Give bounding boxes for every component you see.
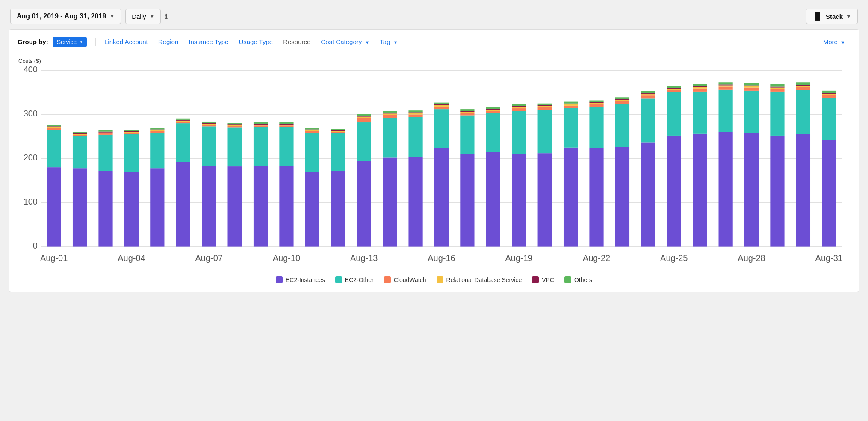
- svg-rect-61: [254, 166, 268, 247]
- filter-region[interactable]: Region: [153, 36, 184, 47]
- svg-rect-150: [615, 147, 629, 247]
- active-filter-service: Service ×: [53, 37, 87, 47]
- svg-rect-184: [744, 86, 759, 88]
- remove-filter-icon[interactable]: ×: [79, 39, 83, 45]
- filter-cost-category[interactable]: Cost Category ▼: [316, 36, 375, 47]
- svg-rect-68: [279, 127, 293, 166]
- svg-rect-90: [357, 116, 371, 117]
- svg-rect-115: [460, 112, 474, 113]
- svg-rect-28: [98, 130, 112, 132]
- filter-usage-type[interactable]: Usage Type: [233, 36, 278, 47]
- svg-rect-21: [73, 133, 87, 134]
- granularity-label: Daily: [132, 13, 146, 20]
- svg-text:Aug-10: Aug-10: [273, 253, 300, 263]
- svg-rect-64: [254, 125, 268, 125]
- svg-rect-13: [47, 127, 61, 128]
- svg-rect-29: [124, 172, 139, 246]
- svg-rect-136: [538, 104, 552, 105]
- svg-rect-191: [770, 88, 784, 89]
- svg-rect-125: [512, 111, 526, 154]
- bar-chart: 0100200300400Aug-01Aug-04Aug-07Aug-10Aug…: [18, 66, 850, 271]
- svg-text:300: 300: [24, 108, 38, 118]
- filter-instance-type[interactable]: Instance Type: [183, 36, 233, 47]
- filter-linked-account[interactable]: Linked Account: [99, 36, 153, 47]
- svg-rect-80: [331, 171, 345, 246]
- svg-rect-11: [47, 130, 61, 168]
- svg-text:Aug-04: Aug-04: [118, 253, 145, 263]
- legend-label-vpc: VPC: [542, 276, 554, 283]
- svg-rect-147: [589, 102, 603, 103]
- svg-rect-190: [770, 89, 784, 92]
- svg-rect-10: [47, 167, 61, 246]
- svg-rect-22: [73, 132, 87, 133]
- svg-rect-186: [744, 83, 759, 85]
- group-by-label: Group by:: [18, 38, 48, 45]
- svg-rect-161: [641, 91, 655, 93]
- svg-rect-203: [822, 94, 836, 95]
- svg-rect-137: [564, 148, 578, 247]
- svg-rect-170: [693, 92, 707, 134]
- filter-tag[interactable]: Tag ▼: [375, 36, 403, 47]
- svg-rect-102: [408, 113, 422, 114]
- svg-rect-140: [564, 104, 578, 106]
- svg-text:200: 200: [24, 152, 38, 162]
- filter-resource[interactable]: Resource: [278, 36, 316, 47]
- svg-text:Aug-13: Aug-13: [350, 253, 378, 263]
- svg-rect-47: [176, 119, 190, 120]
- svg-rect-178: [719, 85, 733, 86]
- stack-label: Stack: [826, 13, 843, 20]
- separator: [95, 38, 96, 46]
- svg-rect-174: [693, 84, 707, 86]
- svg-rect-165: [667, 89, 681, 90]
- svg-rect-94: [383, 118, 397, 158]
- top-bar: Aug 01, 2019 - Aug 31, 2019 ▼ Daily ▼ ℹ …: [9, 9, 859, 24]
- svg-rect-133: [538, 107, 552, 110]
- svg-rect-96: [383, 113, 397, 115]
- svg-rect-132: [538, 110, 552, 153]
- svg-rect-75: [305, 133, 319, 172]
- legend-item-others: Others: [564, 276, 592, 283]
- filter-more[interactable]: More ▼: [818, 36, 850, 47]
- legend-label-others: Others: [574, 276, 592, 283]
- svg-rect-134: [538, 106, 552, 107]
- svg-rect-99: [408, 157, 422, 246]
- svg-rect-122: [486, 109, 500, 110]
- legend: EC2-InstancesEC2-OtherCloudWatchRelation…: [18, 276, 850, 283]
- svg-rect-24: [98, 135, 112, 171]
- bar-chart-icon: ▐▌: [812, 12, 822, 20]
- svg-rect-86: [357, 161, 371, 247]
- stack-button[interactable]: ▐▌ Stack ▼: [806, 9, 858, 24]
- svg-rect-76: [305, 131, 319, 133]
- svg-rect-192: [770, 87, 784, 88]
- svg-rect-59: [227, 124, 242, 125]
- svg-rect-116: [460, 111, 474, 112]
- svg-rect-185: [744, 85, 759, 86]
- date-range-button[interactable]: Aug 01, 2019 - Aug 31, 2019 ▼: [10, 9, 121, 24]
- svg-rect-103: [408, 112, 422, 113]
- svg-rect-65: [254, 124, 268, 125]
- svg-rect-193: [770, 84, 784, 86]
- svg-rect-195: [796, 90, 810, 134]
- svg-rect-120: [486, 111, 500, 113]
- svg-rect-91: [357, 114, 371, 116]
- svg-text:Aug-19: Aug-19: [505, 253, 533, 263]
- svg-rect-110: [434, 103, 449, 104]
- svg-rect-58: [227, 125, 242, 126]
- svg-rect-41: [150, 128, 164, 129]
- legend-label-cloudwatch: CloudWatch: [394, 276, 426, 283]
- svg-rect-180: [719, 82, 733, 84]
- svg-rect-166: [667, 88, 681, 89]
- svg-rect-27: [98, 132, 112, 133]
- svg-rect-12: [47, 128, 61, 130]
- svg-rect-40: [150, 130, 164, 130]
- svg-rect-117: [460, 109, 474, 111]
- info-icon[interactable]: ℹ: [165, 12, 168, 21]
- granularity-button[interactable]: Daily ▼: [125, 9, 161, 24]
- svg-rect-197: [796, 86, 810, 87]
- svg-rect-106: [434, 109, 449, 148]
- svg-rect-17: [73, 168, 87, 246]
- svg-rect-196: [796, 87, 810, 90]
- svg-rect-85: [331, 129, 345, 130]
- svg-rect-198: [796, 85, 810, 86]
- chart-container: 0100200300400Aug-01Aug-04Aug-07Aug-10Aug…: [18, 66, 850, 271]
